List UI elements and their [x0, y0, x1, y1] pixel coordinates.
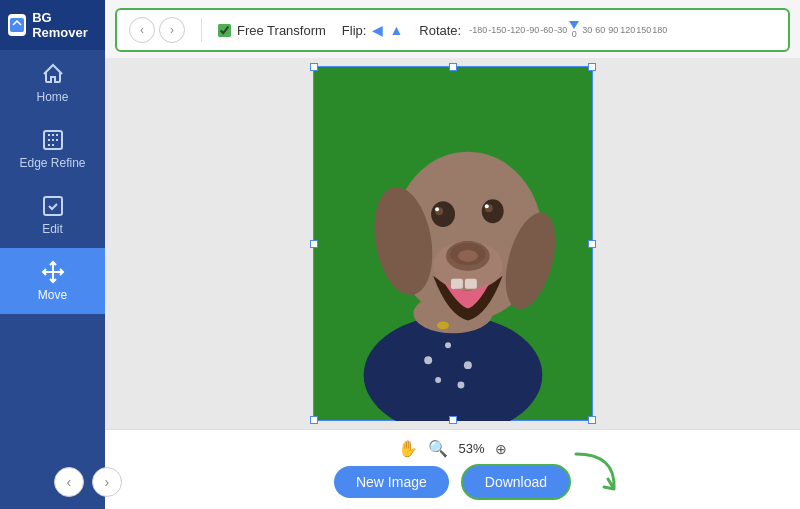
- sidebar-edit-label: Edit: [42, 222, 63, 236]
- zoom-level: 53%: [458, 441, 484, 456]
- sidebar-item-edit[interactable]: Edit: [0, 182, 105, 248]
- bottom-bar: ✋ 🔍 53% ⊕ ‹ › New Image Download: [105, 429, 800, 509]
- action-buttons: ‹ › New Image Download: [334, 464, 571, 500]
- sidebar-item-home[interactable]: Home: [0, 50, 105, 116]
- flip-section: Flip: ◀ ▲: [342, 22, 403, 38]
- free-transform-label: Free Transform: [237, 23, 326, 38]
- transform-handle-tr[interactable]: [588, 63, 596, 71]
- transform-handle-br[interactable]: [588, 416, 596, 424]
- flip-horizontal-icon[interactable]: ◀: [372, 22, 383, 38]
- sidebar-item-move[interactable]: Move: [0, 248, 105, 314]
- back-button[interactable]: ‹: [129, 17, 155, 43]
- toolbar-divider-1: [201, 18, 202, 42]
- transform-handle-mr[interactable]: [588, 240, 596, 248]
- sidebar-item-edge-refine[interactable]: Edge Refine: [0, 116, 105, 182]
- arrow-indicator: [566, 449, 621, 508]
- forward-button[interactable]: ›: [159, 17, 185, 43]
- edit-icon: [41, 194, 65, 218]
- svg-point-18: [481, 199, 503, 223]
- zoom-controls: ✋ 🔍 53% ⊕: [398, 439, 506, 458]
- zoom-out-icon[interactable]: 🔍: [428, 439, 448, 458]
- free-transform-control: Free Transform: [218, 23, 326, 38]
- rotate-ruler: -180 -150 -120 -90 -60 -30 0 30 60 90 12…: [469, 21, 667, 39]
- svg-rect-2: [44, 197, 62, 215]
- download-wrapper: Download: [461, 464, 571, 500]
- transform-handle-bm[interactable]: [449, 416, 457, 424]
- main-content: ‹ › Free Transform Flip: ◀ ▲ Rotate: -18…: [105, 0, 800, 509]
- sidebar-move-label: Move: [38, 288, 67, 302]
- transform-handle-tl[interactable]: [310, 63, 318, 71]
- flip-label: Flip:: [342, 23, 367, 38]
- svg-point-11: [457, 382, 464, 389]
- sidebar-home-label: Home: [36, 90, 68, 104]
- svg-point-17: [431, 201, 455, 227]
- download-button[interactable]: Download: [461, 464, 571, 500]
- svg-point-13: [437, 321, 449, 329]
- transform-handle-tm[interactable]: [449, 63, 457, 71]
- move-icon: [41, 260, 65, 284]
- toolbar-nav: ‹ ›: [129, 17, 185, 43]
- zoom-in-icon[interactable]: ⊕: [495, 441, 507, 457]
- edge-refine-icon: [41, 128, 65, 152]
- canvas-area[interactable]: [105, 58, 800, 429]
- new-image-button[interactable]: New Image: [334, 466, 449, 498]
- svg-point-22: [484, 204, 488, 208]
- next-button[interactable]: ›: [92, 467, 122, 497]
- svg-point-7: [424, 356, 432, 364]
- rotate-zero-marker: 0: [568, 21, 580, 39]
- pan-tool-icon[interactable]: ✋: [398, 439, 418, 458]
- transform-handle-ml[interactable]: [310, 240, 318, 248]
- toolbar: ‹ › Free Transform Flip: ◀ ▲ Rotate: -18…: [115, 8, 790, 52]
- app-logo: BG Remover: [0, 0, 105, 50]
- rotate-section: Rotate: -180 -150 -120 -90 -60 -30 0 30 …: [419, 21, 667, 39]
- svg-point-9: [463, 361, 471, 369]
- canvas-image: [314, 67, 592, 420]
- sidebar: BG Remover Home Edge Refine Edit Move: [0, 0, 105, 509]
- nav-arrows: ‹ ›: [54, 467, 122, 497]
- free-transform-checkbox[interactable]: [218, 24, 231, 37]
- svg-point-8: [445, 342, 451, 348]
- sidebar-edge-refine-label: Edge Refine: [19, 156, 85, 170]
- prev-button[interactable]: ‹: [54, 467, 84, 497]
- image-container[interactable]: [313, 66, 593, 421]
- logo-text: BG Remover: [32, 10, 97, 40]
- home-icon: [41, 62, 65, 86]
- svg-point-28: [433, 241, 503, 291]
- flip-vertical-icon[interactable]: ▲: [389, 22, 403, 38]
- logo-icon: [8, 14, 26, 36]
- svg-point-21: [435, 207, 439, 211]
- transform-handle-bl[interactable]: [310, 416, 318, 424]
- rotate-cursor-icon: [569, 21, 579, 29]
- rotate-label: Rotate:: [419, 23, 461, 38]
- svg-point-10: [435, 377, 441, 383]
